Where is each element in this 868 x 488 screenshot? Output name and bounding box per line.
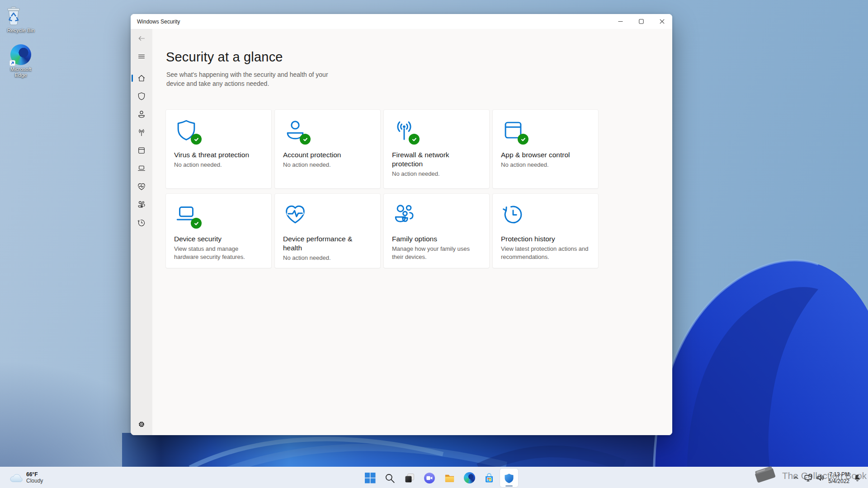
weather-condition: Cloudy (26, 478, 43, 484)
tile-subtitle: No action needed. (283, 254, 372, 262)
edge-icon (464, 472, 475, 483)
nav-item-protection-history[interactable] (133, 215, 150, 231)
notification-bell-button[interactable] (853, 474, 862, 482)
windows-logo-icon (364, 472, 376, 483)
tile-subtitle: Manage how your family uses their device… (392, 245, 481, 261)
tile-subtitle: View latest protection actions and recom… (501, 245, 590, 261)
nav-item-device-security[interactable] (133, 160, 150, 177)
window-title: Windows Security (137, 19, 180, 25)
tile-protection-history[interactable]: Protection history View latest protectio… (493, 194, 598, 268)
menu-button[interactable] (133, 48, 150, 65)
search-icon (384, 473, 395, 483)
desktop-icon-label: Recycle Bin (4, 28, 38, 33)
nav-item-firewall-network-protection[interactable] (133, 124, 150, 141)
windows-security-icon (504, 473, 514, 483)
nav-item-device-performance-health[interactable] (133, 178, 150, 195)
close-button[interactable] (651, 14, 672, 29)
tile-title: Device performance & health (283, 235, 372, 253)
desktop-icon-label: Microsoft Edge (6, 66, 35, 78)
status-ok-badge (518, 134, 528, 145)
status-ok-badge (409, 134, 420, 145)
focus-bell-icon (853, 474, 862, 482)
laptop-icon (174, 202, 198, 226)
taskbar: 66°F Cloudy (0, 467, 868, 488)
clock[interactable]: 7:13 PM 5/4/2022 (828, 471, 849, 485)
active-nav-indicator (132, 75, 133, 82)
tile-subtitle: No action needed. (392, 170, 481, 178)
store-button[interactable] (480, 469, 498, 487)
security-tiles-grid: Virus & threat protection No action need… (166, 110, 598, 268)
tile-title: Account protection (283, 150, 372, 160)
status-ok-badge (191, 218, 202, 229)
tile-title: Family options (392, 235, 481, 244)
status-ok-badge (191, 134, 202, 145)
tile-firewall-network-protection[interactable]: Firewall & network protection No action … (384, 110, 489, 188)
nav-item-family-options[interactable] (133, 197, 150, 213)
nav-item-app-browser-control[interactable] (133, 142, 150, 159)
tile-app-browser-control[interactable]: App & browser control No action needed. (493, 110, 598, 188)
history-clock-icon (501, 202, 525, 226)
shortcut-arrow-icon (9, 60, 15, 66)
settings-button[interactable] (133, 416, 150, 432)
app-window-icon (501, 118, 525, 142)
tile-title: App & browser control (501, 150, 590, 160)
tile-subtitle: No action needed. (283, 161, 372, 169)
page-subtitle: See what's happening with the security a… (166, 70, 347, 88)
system-tray: 7:13 PM 5/4/2022 (793, 467, 862, 488)
tile-title: Protection history (501, 235, 590, 244)
titlebar: Windows Security (131, 14, 672, 29)
tile-account-protection[interactable]: Account protection No action needed. (275, 110, 380, 188)
recycle-bin-icon (4, 5, 24, 26)
hidden-icons-button[interactable] (793, 474, 799, 481)
minimize-button[interactable] (610, 14, 631, 29)
tray-time: 7:13 PM (828, 471, 849, 478)
tile-subtitle: No action needed. (501, 161, 590, 169)
tray-date: 5/4/2022 (828, 478, 849, 485)
volume-button[interactable] (816, 474, 825, 482)
running-app-indicator (505, 485, 513, 487)
windows-security-window: Windows Security (131, 14, 672, 435)
person-icon (283, 118, 307, 142)
store-icon (484, 473, 495, 483)
windows-security-button[interactable] (500, 469, 518, 487)
heart-pulse-icon (283, 202, 307, 226)
file-explorer-button[interactable] (440, 469, 458, 487)
taskbar-apps (361, 469, 518, 487)
cloud-icon (9, 473, 23, 483)
tile-device-performance-health[interactable]: Device performance & health No action ne… (275, 194, 380, 268)
nav-sidebar (131, 29, 152, 435)
nav-item-account-protection[interactable] (133, 106, 150, 122)
status-ok-badge (300, 134, 311, 145)
main-content: Security at a glance See what's happenin… (152, 29, 672, 435)
desktop-icon-recycle-bin[interactable]: Recycle Bin (4, 5, 38, 33)
chat-button[interactable] (420, 469, 439, 487)
tile-title: Device security (174, 235, 263, 244)
desktop: Recycle Bin Microsoft Edge Windows Secur… (0, 0, 868, 488)
tile-subtitle: View status and manage hardware security… (174, 245, 263, 261)
tile-family-options[interactable]: Family options Manage how your family us… (384, 194, 489, 268)
task-view-button[interactable] (401, 469, 419, 487)
start-button[interactable] (361, 469, 379, 487)
family-icon (392, 202, 416, 226)
desktop-icon-microsoft-edge[interactable]: Microsoft Edge (4, 44, 38, 78)
tile-title: Virus & threat protection (174, 150, 263, 160)
tile-device-security[interactable]: Device security View status and manage h… (166, 194, 271, 268)
nav-item-home[interactable] (133, 70, 150, 86)
weather-temp: 66°F (26, 471, 43, 478)
task-view-icon (404, 473, 415, 483)
chevron-up-icon (793, 474, 799, 481)
edge-button[interactable] (460, 469, 478, 487)
back-button[interactable] (133, 30, 150, 47)
shield-icon (174, 118, 198, 142)
network-button[interactable] (804, 474, 812, 482)
search-button[interactable] (381, 469, 399, 487)
tile-subtitle: No action needed. (174, 161, 263, 169)
antenna-icon (392, 118, 416, 142)
weather-widget[interactable]: 66°F Cloudy (5, 469, 47, 487)
tile-title: Firewall & network protection (392, 150, 481, 169)
maximize-button[interactable] (631, 14, 651, 29)
chat-icon (424, 473, 435, 483)
nav-item-virus-threat-protection[interactable] (133, 88, 150, 104)
file-explorer-icon (444, 472, 455, 483)
tile-virus-threat-protection[interactable]: Virus & threat protection No action need… (166, 110, 271, 188)
